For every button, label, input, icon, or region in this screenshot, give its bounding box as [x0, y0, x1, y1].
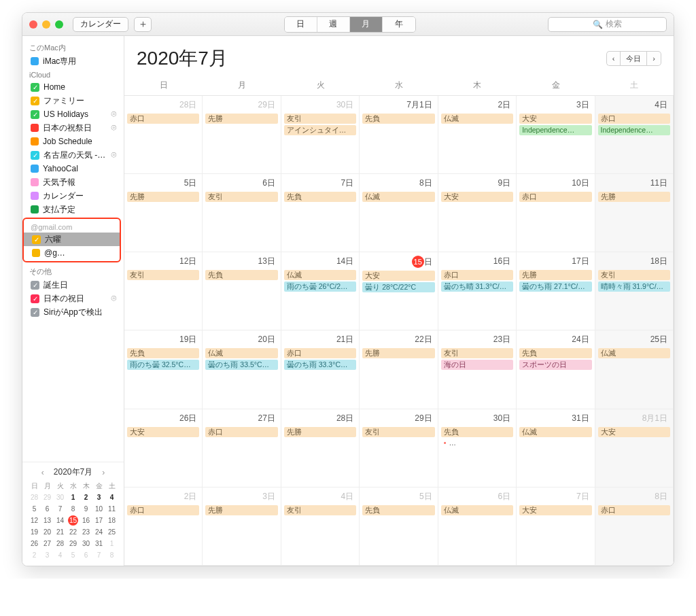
event-chip[interactable]: 仏滅 — [441, 114, 513, 124]
mini-day[interactable]: 13 — [41, 515, 54, 526]
day-cell[interactable]: 18日友引晴時々雨 31.9°C/… — [595, 252, 674, 330]
sidebar-item[interactable]: ✓SiriがAppで検出 — [22, 305, 124, 319]
day-cell[interactable]: 17日先勝曇のち雨 27.1°C/… — [517, 252, 595, 330]
event-chip[interactable]: 仏滅 — [441, 505, 513, 515]
event-chip[interactable]: 仏滅 — [519, 427, 591, 437]
event-chip[interactable]: 友引 — [284, 114, 356, 124]
mini-day[interactable]: 27 — [41, 538, 54, 549]
day-cell[interactable]: 29日友引 — [360, 409, 438, 487]
day-cell[interactable]: 9日大安 — [438, 174, 517, 252]
day-cell[interactable]: 6日友引 — [203, 174, 281, 252]
day-cell[interactable]: 3日大安Independence… — [517, 96, 595, 174]
event-chip[interactable]: Independence… — [598, 125, 670, 135]
mini-day[interactable]: 20 — [41, 527, 54, 537]
day-cell[interactable]: 31日仏滅 — [517, 409, 595, 487]
event-chip[interactable]: 友引 — [127, 270, 199, 280]
event-chip[interactable]: 曇のち雨 33.5°C… — [205, 360, 277, 370]
day-cell[interactable]: 2日仏滅 — [438, 96, 517, 174]
day-cell[interactable]: 28日赤口 — [124, 96, 203, 174]
calendars-button[interactable]: カレンダー — [73, 17, 128, 32]
mini-day[interactable]: 4 — [54, 550, 67, 560]
day-cell[interactable]: 28日先勝 — [281, 409, 360, 487]
day-cell[interactable]: 26日大安 — [124, 409, 203, 487]
mini-day[interactable]: 31 — [92, 538, 105, 549]
mini-day[interactable]: 2 — [28, 550, 41, 560]
event-chip[interactable]: 先負 — [362, 505, 434, 515]
day-cell[interactable]: 7日先負 — [281, 174, 360, 252]
event-chip[interactable]: 先勝 — [598, 192, 670, 202]
event-chip[interactable]: スポーツの日 — [519, 360, 591, 370]
mini-day[interactable]: 6 — [80, 550, 92, 560]
mini-next-button[interactable]: › — [98, 468, 109, 477]
day-cell[interactable]: 2日赤口 — [124, 487, 203, 566]
mini-day[interactable]: 4 — [105, 492, 118, 502]
sidebar-item[interactable]: カレンダー — [22, 189, 124, 203]
event-chip[interactable]: Independence… — [519, 125, 591, 135]
mini-day[interactable]: 11 — [105, 504, 118, 514]
day-cell[interactable]: 29日先勝 — [203, 96, 281, 174]
event-chip[interactable]: 赤口 — [205, 427, 277, 437]
day-cell[interactable]: 16日赤口曇のち晴 31.3°C/… — [438, 252, 517, 330]
mini-day[interactable]: 30 — [80, 538, 92, 549]
event-chip[interactable]: 先勝 — [127, 192, 199, 202]
event-chip[interactable]: 曇のち雨 27.1°C/… — [519, 281, 591, 292]
event-chip[interactable]: 先勝 — [205, 114, 277, 124]
mini-day[interactable]: 30 — [54, 492, 67, 502]
event-chip[interactable]: 赤口 — [284, 348, 356, 358]
calendar-checkbox[interactable]: ✓ — [31, 83, 39, 92]
mini-day[interactable]: 7 — [54, 504, 67, 514]
sidebar-item[interactable]: ✓ファミリー — [22, 94, 124, 107]
mini-day[interactable]: 7 — [92, 550, 105, 560]
event-chip[interactable]: 友引 — [284, 505, 356, 515]
event-chip[interactable]: 先負 — [284, 192, 356, 202]
event-chip[interactable]: 友引 — [205, 192, 277, 202]
close-icon[interactable] — [29, 20, 37, 29]
day-cell[interactable]: 5日先勝 — [124, 174, 203, 252]
zoom-icon[interactable] — [55, 20, 63, 29]
day-cell[interactable]: 11日先勝 — [595, 174, 674, 252]
view-日[interactable]: 日 — [285, 17, 317, 32]
event-chip[interactable]: 曇のち晴 31.3°C/… — [441, 281, 513, 292]
sidebar-item[interactable]: ✓誕生日 — [22, 278, 124, 292]
view-年[interactable]: 年 — [383, 17, 415, 32]
event-chip[interactable]: 先負 — [362, 114, 434, 124]
mini-day[interactable]: 16 — [80, 515, 92, 526]
day-cell[interactable]: 7日大安 — [517, 487, 595, 566]
event-chip[interactable]: 先負 — [205, 270, 277, 280]
mini-day[interactable]: 25 — [105, 527, 118, 537]
mini-day[interactable]: 18 — [105, 515, 118, 526]
view-週[interactable]: 週 — [317, 17, 350, 32]
event-chip[interactable]: 先負 — [441, 427, 513, 437]
mini-day[interactable]: 17 — [92, 515, 105, 526]
day-cell[interactable]: 30日先負… — [438, 409, 517, 487]
mini-day[interactable]: 23 — [80, 527, 92, 537]
day-cell[interactable]: 7月1日先負 — [360, 96, 438, 174]
event-chip[interactable]: 赤口 — [127, 114, 199, 124]
mini-day[interactable]: 1 — [105, 538, 118, 549]
event-chip[interactable]: 先勝 — [205, 505, 277, 515]
event-chip[interactable]: 先負 — [127, 348, 199, 358]
sidebar-item[interactable]: ✓Home — [22, 80, 124, 94]
event-chip[interactable]: 赤口 — [519, 192, 591, 202]
day-cell[interactable]: 14日仏滅雨のち曇 26°C/2… — [281, 252, 360, 330]
day-cell[interactable]: 12日友引 — [124, 252, 203, 330]
mini-day[interactable]: 19 — [28, 527, 41, 537]
mini-day[interactable]: 14 — [54, 515, 67, 526]
mini-day[interactable]: 22 — [67, 527, 80, 537]
event-chip[interactable]: 大安 — [441, 192, 513, 202]
event-chip[interactable]: 友引 — [441, 348, 513, 358]
event-chip[interactable]: 雨のち曇 32.5°C… — [127, 360, 199, 370]
mini-day[interactable]: 29 — [67, 538, 80, 549]
event-chip[interactable]: 赤口 — [127, 505, 199, 515]
sidebar-item[interactable]: 支払予定 — [22, 203, 124, 216]
event-chip[interactable]: 赤口 — [598, 114, 670, 124]
calendar-checkbox[interactable]: ✓ — [31, 97, 39, 105]
day-cell[interactable]: 22日先勝 — [360, 330, 438, 409]
mini-day[interactable]: 8 — [67, 504, 80, 514]
day-cell[interactable]: 4日友引 — [281, 487, 360, 566]
day-cell[interactable]: 24日先負スポーツの日 — [517, 330, 595, 409]
mini-day[interactable]: 21 — [54, 527, 67, 537]
day-cell[interactable]: 8月1日大安 — [595, 409, 674, 487]
mini-day[interactable]: 15 — [68, 515, 78, 526]
day-cell[interactable]: 8日仏滅 — [360, 174, 438, 252]
